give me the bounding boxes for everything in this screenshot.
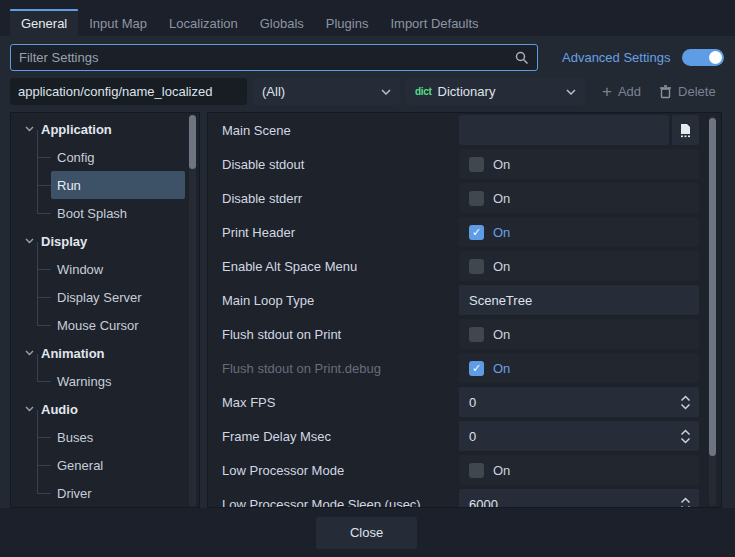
- tab-input-map-label: Input Map: [89, 16, 147, 31]
- spin-arrows-icon: [680, 497, 691, 509]
- add-label: Add: [618, 84, 641, 99]
- checkbox-cell: ✓On: [459, 217, 699, 247]
- feature-filter-value: (All): [262, 84, 285, 99]
- trash-icon: [659, 85, 672, 99]
- filter-row: Advanced Settings: [10, 44, 725, 71]
- property-label: Disable stderr: [208, 191, 459, 206]
- tab-import-defaults[interactable]: Import Defaults: [379, 9, 489, 36]
- chevron-down-icon: [25, 238, 34, 244]
- tree-item-driver[interactable]: Driver: [51, 479, 185, 507]
- property-label: Main Loop Type: [208, 293, 459, 308]
- spinbox-field[interactable]: 6000: [459, 489, 699, 508]
- tab-input-map[interactable]: Input Map: [78, 9, 158, 36]
- property-label: Low Processor Mode Sleep (usec): [208, 497, 459, 509]
- search-icon: [515, 51, 529, 65]
- tree-item-run[interactable]: Run: [51, 171, 185, 199]
- tree-item-label: Application: [41, 122, 112, 137]
- property-row-main-scene: Main Scene: [208, 113, 721, 147]
- tree-item-label: Buses: [57, 430, 93, 445]
- checkbox-checked[interactable]: ✓: [469, 225, 484, 240]
- checkbox-unchecked[interactable]: [469, 259, 484, 274]
- chevron-down-icon: [25, 126, 34, 132]
- feature-filter-dropdown[interactable]: (All): [253, 78, 400, 105]
- tree-item-general[interactable]: General: [51, 451, 185, 479]
- tree-item-mouse-cursor[interactable]: Mouse Cursor: [51, 311, 185, 339]
- spin-stepper[interactable]: [680, 429, 691, 444]
- checkbox-unchecked[interactable]: [469, 327, 484, 342]
- tree-item-config[interactable]: Config: [51, 143, 185, 171]
- tree-item-label: Driver: [57, 486, 92, 501]
- on-label: On: [493, 225, 510, 240]
- toggle-knob: [709, 51, 722, 64]
- property-row-frame-delay-msec: Frame Delay Msec0: [208, 419, 721, 453]
- property-label: Max FPS: [208, 395, 459, 410]
- checkbox-unchecked[interactable]: [469, 191, 484, 206]
- delete-label: Delete: [678, 84, 716, 99]
- chevron-down-icon: [381, 89, 391, 95]
- property-type-value: Dictionary: [438, 84, 496, 99]
- chevron-down-icon: [25, 350, 34, 356]
- spin-arrows-icon: [680, 429, 691, 444]
- tree-item-window[interactable]: Window: [51, 255, 185, 283]
- filter-settings-input[interactable]: [19, 50, 515, 65]
- property-type-dropdown[interactable]: dict Dictionary: [406, 78, 585, 105]
- delete-property-button[interactable]: Delete: [650, 78, 725, 105]
- tab-plugins-label: Plugins: [326, 16, 369, 31]
- sidebar-scrollbar[interactable]: [189, 115, 196, 507]
- property-label: Disable stdout: [208, 157, 459, 172]
- on-label: On: [493, 259, 510, 274]
- tab-plugins[interactable]: Plugins: [315, 9, 380, 36]
- property-label: Enable Alt Space Menu: [208, 259, 459, 274]
- spinbox-field[interactable]: 0: [459, 387, 699, 417]
- checkbox-unchecked[interactable]: [469, 463, 484, 478]
- plus-icon: +: [602, 83, 612, 100]
- property-label: Flush stdout on Print: [208, 327, 459, 342]
- tab-general[interactable]: General: [10, 9, 78, 36]
- on-label: On: [493, 327, 510, 342]
- scrollbar-thumb[interactable]: [189, 115, 196, 169]
- property-label: Frame Delay Msec: [208, 429, 459, 444]
- file-path-cell: [459, 115, 699, 145]
- file-path-field[interactable]: [459, 115, 669, 145]
- tree-item-label: Display Server: [57, 290, 142, 305]
- close-button[interactable]: Close: [316, 517, 417, 549]
- tab-localization[interactable]: Localization: [158, 9, 249, 36]
- spin-stepper[interactable]: [680, 395, 691, 410]
- tree-item-boot-splash[interactable]: Boot Splash: [51, 199, 185, 227]
- tree-item-display-server[interactable]: Display Server: [51, 283, 185, 311]
- tab-globals[interactable]: Globals: [249, 9, 315, 36]
- tree-item-label: General: [57, 458, 103, 473]
- tree-item-buses[interactable]: Buses: [51, 423, 185, 451]
- inspector-scrollbar[interactable]: [709, 116, 716, 506]
- field-value: SceneTree: [469, 293, 532, 308]
- scrollbar-thumb[interactable]: [709, 118, 716, 456]
- settings-tree: ApplicationConfigRunBoot SplashDisplayWi…: [11, 113, 199, 507]
- text-field[interactable]: SceneTree: [459, 285, 699, 315]
- filter-settings-searchbox[interactable]: [10, 44, 538, 71]
- dictionary-type-icon: dict: [415, 86, 432, 97]
- property-row-low-processor-mode: Low Processor ModeOn: [208, 453, 721, 487]
- add-property-button[interactable]: + Add: [593, 78, 650, 105]
- browse-file-button[interactable]: [672, 115, 699, 145]
- tab-import-defaults-label: Import Defaults: [390, 16, 478, 31]
- property-row-flush-stdout-on-print-debug: Flush stdout on Print.debug✓On: [208, 351, 721, 385]
- tab-bar: General Input Map Localization Globals P…: [0, 0, 735, 36]
- dialog-footer: Close: [0, 508, 735, 557]
- spin-arrows-icon: [680, 395, 691, 410]
- tree-item-label: Boot Splash: [57, 206, 127, 221]
- tree-item-warnings[interactable]: Warnings: [51, 367, 185, 395]
- checkbox-unchecked[interactable]: [469, 157, 484, 172]
- property-label: Low Processor Mode: [208, 463, 459, 478]
- property-path-input[interactable]: [10, 78, 247, 105]
- settings-categories-panel: ApplicationConfigRunBoot SplashDisplayWi…: [10, 112, 200, 508]
- tab-general-label: General: [21, 16, 67, 31]
- tree-item-label: Warnings: [57, 374, 111, 389]
- property-row-main-loop-type: Main Loop TypeSceneTree: [208, 283, 721, 317]
- spin-stepper[interactable]: [680, 497, 691, 509]
- spinbox-value: 0: [469, 395, 476, 410]
- on-label: On: [493, 157, 510, 172]
- spinbox-field[interactable]: 0: [459, 421, 699, 451]
- checkbox-checked[interactable]: ✓: [469, 361, 484, 376]
- chevron-down-icon: [566, 89, 576, 95]
- advanced-settings-toggle[interactable]: [682, 49, 724, 66]
